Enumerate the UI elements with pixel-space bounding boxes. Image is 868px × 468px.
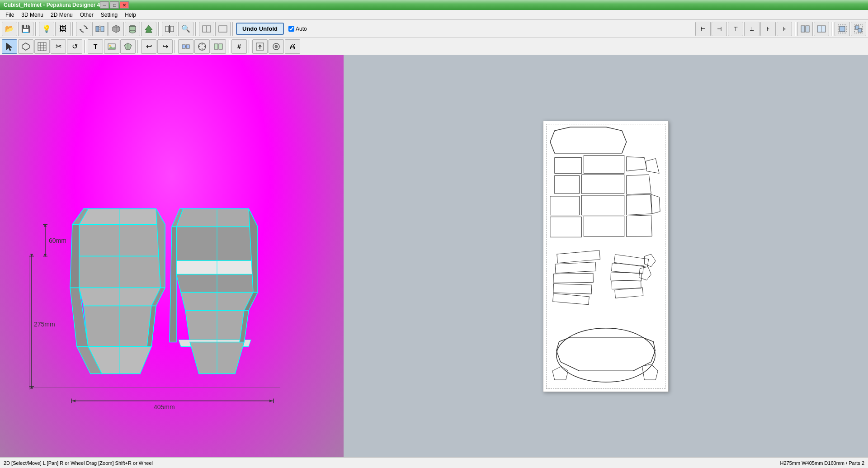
- save-button[interactable]: 💾: [18, 22, 33, 36]
- svg-text:405mm: 405mm: [154, 403, 175, 411]
- svg-marker-98: [72, 400, 75, 402]
- paper-sheet: [543, 121, 669, 392]
- svg-marker-87: [44, 224, 47, 227]
- export-button[interactable]: [252, 39, 268, 54]
- svg-marker-56: [79, 225, 165, 256]
- minimize-button[interactable]: ─: [100, 1, 109, 9]
- tree-icon: [144, 24, 153, 33]
- svg-marker-99: [269, 400, 273, 402]
- align-tb-distr[interactable]: ⊧: [777, 22, 792, 36]
- texture-button[interactable]: 🖼: [55, 22, 71, 36]
- svg-marker-27: [6, 43, 12, 51]
- svg-rect-14: [170, 26, 174, 32]
- cut-button[interactable]: ✂: [51, 39, 66, 54]
- svg-rect-23: [840, 26, 845, 32]
- menu-bar: File 3D Menu 2D Menu Other Setting Help: [0, 10, 868, 20]
- fold-mountain-icon: [817, 24, 826, 33]
- svg-marker-115: [627, 215, 652, 236]
- fold-valley-button[interactable]: [797, 22, 813, 36]
- select-move-button[interactable]: [2, 39, 17, 54]
- svg-marker-112: [651, 194, 660, 213]
- title-bar: Cubist_Helmet - Pepakura Designer 4 ─ □ …: [0, 0, 868, 10]
- align-tb-right[interactable]: ⊤: [728, 22, 743, 36]
- status-left: 2D [Select/Move] L [Pan] R or Wheel Drag…: [4, 460, 153, 466]
- align-tb-bottom[interactable]: ⊦: [760, 22, 776, 36]
- undo-button[interactable]: ↩: [141, 39, 156, 54]
- 3dobj-button[interactable]: [120, 39, 136, 54]
- separator1: [35, 22, 37, 36]
- sep-t2-1: [84, 40, 86, 53]
- svg-marker-129: [557, 337, 655, 370]
- number-button[interactable]: #: [231, 39, 247, 54]
- sep-t2-5: [249, 40, 250, 53]
- svg-rect-106: [555, 175, 580, 194]
- svg-rect-110: [581, 195, 624, 215]
- auto-checkbox[interactable]: [288, 26, 294, 32]
- measure-button[interactable]: [194, 39, 210, 54]
- snap-button[interactable]: [269, 39, 284, 54]
- split-button[interactable]: [162, 22, 177, 36]
- tree-button[interactable]: [141, 22, 156, 36]
- menu-3d[interactable]: 3D Menu: [18, 11, 47, 19]
- auto-checkbox-group: Auto: [288, 26, 307, 32]
- svg-marker-130: [552, 366, 568, 380]
- menu-help[interactable]: Help: [121, 11, 140, 19]
- align-tb-left[interactable]: ⊢: [695, 22, 711, 36]
- svg-rect-102: [555, 157, 582, 173]
- svg-rect-109: [550, 196, 580, 215]
- join-button[interactable]: [211, 39, 226, 54]
- view-full-button[interactable]: [215, 22, 231, 36]
- zoom-button[interactable]: 🔍: [178, 22, 193, 36]
- svg-rect-107: [581, 175, 624, 194]
- svg-rect-3: [101, 26, 104, 32]
- polygon-select-button[interactable]: [18, 39, 33, 54]
- svg-point-35: [109, 45, 111, 47]
- image-button[interactable]: [104, 39, 119, 54]
- svg-rect-116: [557, 250, 600, 263]
- view-3d[interactable]: 60mm 275mm 405mm: [0, 55, 344, 457]
- export-icon: [255, 42, 264, 51]
- measure-icon: [198, 42, 207, 51]
- align-tb-top[interactable]: ⊥: [744, 22, 760, 36]
- status-bar: 2D [Select/Move] L [Pan] R or Wheel Drag…: [0, 457, 868, 468]
- menu-setting[interactable]: Setting: [97, 11, 121, 19]
- ungroup-select-button[interactable]: [851, 22, 866, 36]
- cylinder-icon: [128, 24, 137, 33]
- redo-button[interactable]: ↪: [157, 39, 173, 54]
- view-split-button[interactable]: [199, 22, 214, 36]
- svg-marker-86: [44, 254, 47, 257]
- text-button[interactable]: T: [88, 39, 103, 54]
- svg-rect-119: [553, 284, 592, 294]
- group-select-icon: [838, 24, 847, 33]
- main-area: 60mm 275mm 405mm: [0, 55, 868, 457]
- close-button[interactable]: ✕: [120, 1, 129, 9]
- svg-marker-104: [627, 156, 647, 171]
- sep-t2-3: [175, 40, 176, 53]
- svg-rect-39: [182, 45, 185, 48]
- unfold-button[interactable]: [178, 39, 193, 54]
- svg-rect-33: [38, 43, 46, 51]
- svg-rect-117: [555, 262, 596, 273]
- rotate2d-button[interactable]: ↺: [67, 39, 82, 54]
- mirror-button[interactable]: [92, 22, 108, 36]
- grid-button[interactable]: [34, 39, 50, 54]
- print-button[interactable]: 🖨: [285, 39, 300, 54]
- snap-icon: [272, 42, 281, 51]
- align-tb-centerh[interactable]: ⊣: [712, 22, 727, 36]
- menu-file[interactable]: File: [2, 11, 18, 19]
- view-2d[interactable]: [344, 55, 868, 457]
- menu-2d[interactable]: 2D Menu: [47, 11, 76, 19]
- unfold-icon: [181, 42, 190, 51]
- auto-label: Auto: [296, 26, 307, 32]
- cylinder-button[interactable]: [125, 22, 140, 36]
- cube-button[interactable]: [108, 22, 124, 36]
- rotate-button[interactable]: [76, 22, 91, 36]
- svg-rect-103: [584, 155, 624, 173]
- undo-unfold-button[interactable]: Undo Unfold: [236, 23, 284, 35]
- maximize-button[interactable]: □: [110, 1, 119, 9]
- lamp-button[interactable]: 💡: [39, 22, 54, 36]
- group-select-button[interactable]: [835, 22, 850, 36]
- fold-mountain-button[interactable]: [814, 22, 829, 36]
- open-button[interactable]: 📂: [2, 22, 17, 36]
- menu-other[interactable]: Other: [76, 11, 97, 19]
